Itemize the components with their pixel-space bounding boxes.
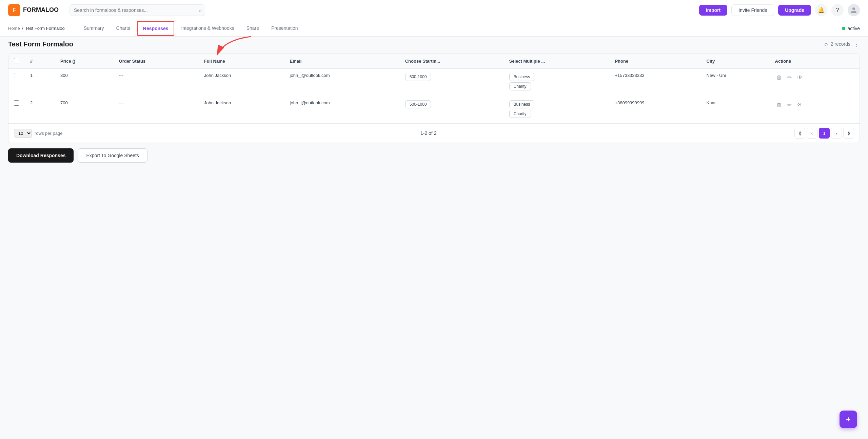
row2-view-button[interactable]: 👁: [796, 101, 804, 109]
search-icon: ⌕: [199, 7, 202, 13]
row2-select-multiple: Business Charity: [504, 96, 610, 124]
table-row: 2 700 --- John Jackson john_j@outlook.co…: [8, 96, 860, 124]
table-header-row: # Price () Order Status Full Name Email …: [8, 54, 860, 69]
tab-presentation[interactable]: Presentation: [266, 21, 303, 36]
row1-delete-button[interactable]: 🗑: [775, 73, 783, 82]
prev-page-button[interactable]: ‹: [807, 128, 817, 139]
row1-view-button[interactable]: 👁: [796, 73, 804, 82]
pagination-row: 10 25 50 rows per page 1-2 of 2 ⟪ ‹ 1 › …: [8, 123, 860, 143]
row1-edit-button[interactable]: ✏: [786, 73, 793, 82]
logo[interactable]: F FORMALOO: [8, 4, 59, 16]
row2-phone: +38099999999: [609, 96, 701, 124]
status-badge: active: [842, 26, 860, 31]
col-city: City: [701, 54, 770, 69]
pagination-info: 1-2 of 2: [62, 130, 794, 136]
pagination-controls: ⟪ ‹ 1 › ⟫: [794, 128, 854, 139]
rows-per-page: 10 25 50 rows per page: [14, 129, 62, 138]
col-choose-starting: Choose Startin...: [400, 54, 504, 69]
col-num: #: [25, 54, 55, 69]
table-scroll: # Price () Order Status Full Name Email …: [8, 54, 860, 123]
first-page-button[interactable]: ⟪: [794, 128, 805, 139]
export-google-sheets-button[interactable]: Export To Google Sheets: [78, 148, 147, 163]
row1-choose-starting: 500-1000: [400, 69, 504, 96]
tab-responses[interactable]: Responses: [137, 21, 175, 36]
breadcrumb: Home / Test Form Formaloo: [8, 26, 65, 31]
table-container: # Price () Order Status Full Name Email …: [8, 54, 860, 143]
row2-edit-button[interactable]: ✏: [786, 100, 793, 109]
row2-full-name: John Jackson: [199, 96, 284, 124]
records-count: 2 records: [831, 41, 850, 47]
select-all-header[interactable]: [8, 54, 25, 69]
page-content: Test Form Formaloo ⌕ 2 records ⋮ # Price…: [0, 33, 868, 169]
col-email: Email: [284, 54, 400, 69]
row2-city: Khar: [701, 96, 770, 124]
header-actions: Import Invite Friends Upgrade 🔔 ?: [699, 4, 860, 16]
search-bar: ⌕: [70, 4, 205, 16]
col-actions: Actions: [770, 54, 860, 69]
row1-email: john_j@outlook.com: [284, 69, 400, 96]
tab-charts[interactable]: Charts: [111, 21, 136, 36]
col-select-multiple: Select Multiple ...: [504, 54, 610, 69]
col-phone: Phone: [609, 54, 701, 69]
active-dot: [842, 27, 845, 30]
notification-icon[interactable]: 🔔: [815, 4, 827, 16]
row1-actions: 🗑 ✏ 👁: [770, 69, 860, 96]
avatar[interactable]: [848, 4, 860, 16]
rows-per-page-select[interactable]: 10 25 50: [14, 129, 32, 138]
row1-city: New - Uni: [701, 69, 770, 96]
row1-tag-500-1000: 500-1000: [405, 73, 431, 81]
help-icon[interactable]: ?: [831, 4, 844, 16]
row2-tag-business: Business: [509, 100, 535, 108]
status-label: active: [847, 26, 860, 31]
header: F FORMALOO ⌕ Import Invite Friends Upgra…: [0, 0, 868, 20]
upgrade-button[interactable]: Upgrade: [778, 5, 811, 16]
tab-summary[interactable]: Summary: [78, 21, 110, 36]
row2-checkbox-cell: [8, 96, 25, 124]
row1-select-multiple: Business Charity: [504, 69, 610, 96]
logo-text: FORMALOO: [23, 6, 59, 14]
download-responses-button[interactable]: Download Responses: [8, 148, 74, 163]
col-price: Price (): [55, 54, 114, 69]
row2-email: john_j@outlook.com: [284, 96, 400, 124]
search-input[interactable]: [70, 4, 205, 16]
row1-checkbox-cell: [8, 69, 25, 96]
row2-num: 2: [25, 96, 55, 124]
row1-tag-charity: Charity: [509, 82, 531, 90]
row2-tag-charity: Charity: [509, 110, 531, 118]
select-all-checkbox[interactable]: [14, 58, 19, 63]
invite-button[interactable]: Invite Friends: [731, 4, 774, 16]
tab-share[interactable]: Share: [241, 21, 264, 36]
row2-price: 700: [55, 96, 114, 124]
row2-actions: 🗑 ✏ 👁: [770, 96, 860, 124]
row1-num: 1: [25, 69, 55, 96]
breadcrumb-separator: /: [22, 26, 23, 31]
tab-integrations[interactable]: Integrations & Webhooks: [176, 21, 239, 36]
row1-checkbox[interactable]: [14, 73, 19, 78]
row1-tag-business: Business: [509, 73, 535, 81]
next-page-button[interactable]: ›: [831, 128, 842, 139]
more-options-icon[interactable]: ⋮: [853, 40, 860, 48]
import-button[interactable]: Import: [699, 5, 728, 16]
breadcrumb-current: Test Form Formaloo: [25, 26, 64, 31]
row1-price: 800: [55, 69, 114, 96]
row1-phone: +15733333333: [609, 69, 701, 96]
rows-per-page-label: rows per page: [35, 131, 62, 136]
page-title-row: Test Form Formaloo ⌕ 2 records ⋮: [8, 40, 860, 48]
table-row: 1 800 --- John Jackson john_j@outlook.co…: [8, 69, 860, 96]
breadcrumb-home[interactable]: Home: [8, 26, 20, 31]
row2-checkbox[interactable]: [14, 100, 19, 106]
search-icon-table[interactable]: ⌕: [824, 41, 828, 48]
page-1-button[interactable]: 1: [819, 128, 830, 139]
row2-choose-starting: 500-1000: [400, 96, 504, 124]
logo-icon: F: [8, 4, 20, 16]
row2-tag-500-1000: 500-1000: [405, 100, 431, 108]
row2-delete-button[interactable]: 🗑: [775, 101, 783, 109]
col-full-name: Full Name: [199, 54, 284, 69]
page-title: Test Form Formaloo: [8, 40, 73, 48]
row1-order-status: ---: [114, 69, 199, 96]
row2-order-status: ---: [114, 96, 199, 124]
records-area: ⌕ 2 records ⋮: [824, 40, 860, 48]
row1-full-name: John Jackson: [199, 69, 284, 96]
last-page-button[interactable]: ⟫: [843, 128, 854, 139]
col-order-status: Order Status: [114, 54, 199, 69]
